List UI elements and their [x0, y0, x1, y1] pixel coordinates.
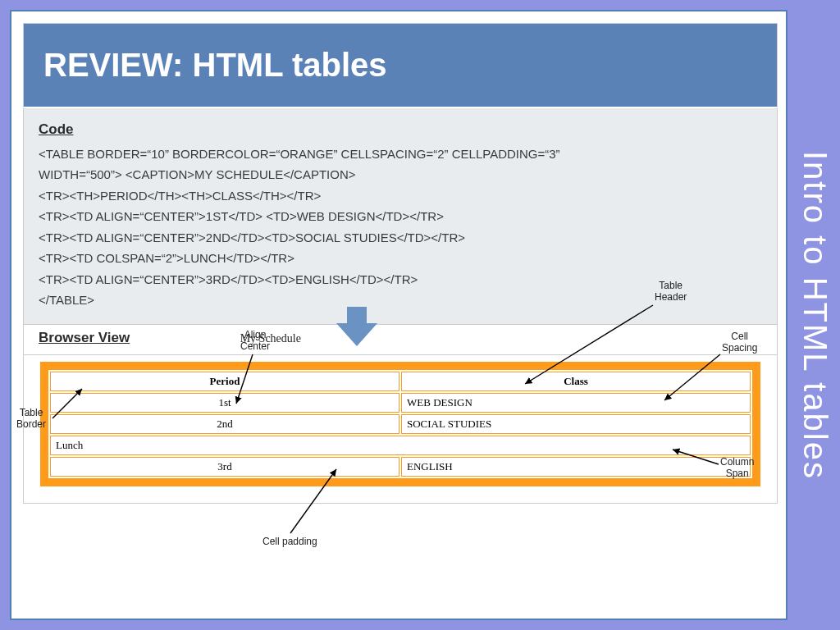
code-line: <TR><TH>PERIOD</TH><TH>CLASS</TH></TR>	[39, 185, 762, 207]
demo-table: Period Class 1st WEB DESIGN 2nd SOCIAL S…	[40, 362, 760, 486]
slide-content: REVIEW: HTML tables Code <TABLE BORDER=“…	[23, 23, 778, 607]
td-class: WEB DESIGN	[401, 393, 751, 413]
browser-view-label: Browser View	[39, 330, 130, 346]
th-period: Period	[50, 372, 399, 391]
annot-table-border: Table Border	[16, 408, 46, 431]
table-row: 1st WEB DESIGN	[50, 393, 751, 413]
code-label: Code	[39, 118, 762, 142]
th-class: Class	[401, 372, 751, 391]
code-line: <TR><TD ALIGN=“CENTER”>3RD</TD><TD>ENGLI…	[39, 269, 762, 290]
table-row: Lunch	[50, 436, 751, 455]
code-line: WIDTH=“500”> <CAPTION>MY SCHEDULE</CAPTI…	[39, 164, 762, 185]
annot-column-span: Column Span	[720, 457, 754, 480]
browser-header-row: Browser View My Schedule	[23, 325, 778, 355]
slide-title: REVIEW: HTML tables	[23, 23, 778, 108]
td-class: ENGLISH	[401, 457, 751, 477]
code-line: <TR><TD ALIGN=“CENTER”>2ND</TD><TD>SOCIA…	[39, 227, 762, 249]
td-period: 1st	[50, 393, 399, 413]
annot-align-center: Align Center	[240, 330, 270, 353]
annot-table-header: Table Header	[655, 281, 687, 304]
td-class: SOCIAL STUDIES	[401, 414, 751, 434]
code-line: <TR><TD ALIGN=“CENTER”>1ST</TD> <TD>WEB …	[39, 206, 762, 227]
sidebar-title: Intro to HTML tables	[789, 0, 840, 630]
code-line: </TABLE>	[39, 290, 762, 311]
rendered-table-area: Period Class 1st WEB DESIGN 2nd SOCIAL S…	[23, 355, 778, 504]
code-line: <TR><TD COLSPAN=“2”>LUNCH</TD></TR>	[39, 248, 762, 269]
annot-cell-padding: Cell padding	[262, 536, 317, 548]
td-lunch: Lunch	[50, 436, 751, 455]
td-period: 2nd	[50, 414, 399, 434]
td-period: 3rd	[50, 457, 399, 477]
table-row: 2nd SOCIAL STUDIES	[50, 414, 751, 434]
table-row: 3rd ENGLISH	[50, 457, 751, 477]
sidebar-title-text: Intro to HTML tables	[797, 151, 833, 480]
annot-cell-spacing: Cell Spacing	[722, 331, 757, 354]
code-line: <TABLE BORDER=“10” BORDERCOLOR=“ORANGE” …	[39, 144, 762, 165]
table-row: Period Class	[50, 372, 751, 391]
down-arrow-icon	[336, 307, 377, 349]
